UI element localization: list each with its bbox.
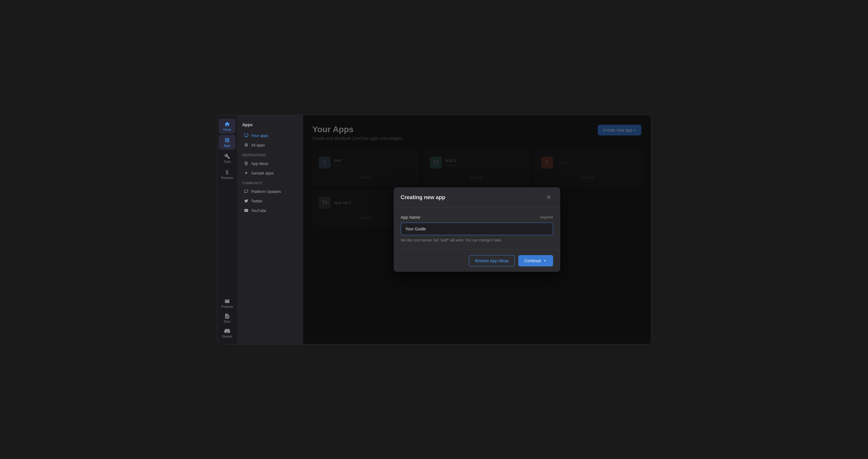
sidebar-icon-apps[interactable]: Apps: [219, 135, 236, 150]
chat-icon: [244, 189, 248, 194]
svg-point-3: [246, 163, 247, 164]
modal-header: Creating new app ✕: [394, 187, 560, 208]
sidebar-item-all-apps[interactable]: All apps: [239, 141, 301, 150]
modal-title: Creating new app: [401, 194, 445, 201]
browse-app-ideas-button[interactable]: Browse App Ideas: [469, 255, 515, 266]
app-name-label: App Name: [401, 215, 421, 220]
products-icon: [224, 298, 230, 304]
monitor-icon: [244, 133, 248, 138]
twitter-icon: [244, 199, 248, 203]
sidebar-icon-tools[interactable]: Tools: [219, 151, 236, 166]
chevron-right-icon: [543, 259, 547, 263]
continue-button[interactable]: Continue: [518, 255, 553, 266]
discord-icon: [224, 328, 230, 334]
community-label: COMMUNITY: [238, 178, 303, 187]
form-hint: We like cool names, but "asdf" will work…: [401, 238, 553, 242]
svg-rect-0: [244, 134, 248, 136]
play-icon: [244, 171, 248, 175]
sidebar-icon-home[interactable]: Home: [219, 119, 236, 134]
apps-icon: [224, 137, 230, 143]
modal-overlay: Creating new app ✕ App Name required We …: [303, 115, 651, 344]
home-icon: [224, 121, 230, 127]
modal-body: App Name required We like cool names, bu…: [394, 208, 560, 250]
sidebar-item-platform-updates[interactable]: Platform Updates: [239, 187, 301, 196]
inspirations-label: INSPIRATIONS: [238, 150, 303, 159]
form-label-row: App Name required: [401, 215, 553, 220]
app-name-input[interactable]: [401, 223, 553, 235]
lightbulb-icon: [244, 161, 248, 166]
sidebar-icon-revenue[interactable]: Revenue: [219, 167, 236, 182]
form-required: required: [540, 215, 553, 219]
sidebar-apps-heading: Apps: [238, 120, 303, 131]
sidebar-item-sample-apps[interactable]: Sample apps: [239, 169, 301, 178]
grid-icon: [244, 143, 248, 147]
sidebar-icon-products[interactable]: Products: [219, 296, 236, 311]
sidebar-item-your-apps[interactable]: Your apps: [239, 131, 301, 140]
sidebar-item-app-ideas[interactable]: App ideas: [239, 159, 301, 168]
nav-sidebar: Apps Your apps All apps INSPIRATIONS App…: [238, 115, 303, 344]
tools-icon: [224, 153, 230, 159]
icon-sidebar: Home Apps Tools Revenue Produ: [217, 115, 238, 344]
sidebar-icon-discord[interactable]: Discord: [219, 326, 236, 341]
icon-sidebar-bottom: Products Docs Discord: [219, 296, 236, 341]
youtube-icon: [244, 208, 248, 212]
sidebar-item-youtube[interactable]: YouTube: [239, 206, 301, 215]
sidebar-icon-docs[interactable]: Docs: [219, 311, 236, 326]
docs-icon: [224, 313, 230, 319]
modal-footer: Browse App Ideas Continue: [394, 250, 560, 272]
modal-close-button[interactable]: ✕: [545, 193, 553, 202]
main-content: Your Apps Create and distribute LiveChat…: [303, 115, 651, 344]
create-app-modal: Creating new app ✕ App Name required We …: [394, 187, 560, 272]
sidebar-item-twitter[interactable]: Twitter: [239, 197, 301, 206]
revenue-icon: [224, 169, 230, 175]
